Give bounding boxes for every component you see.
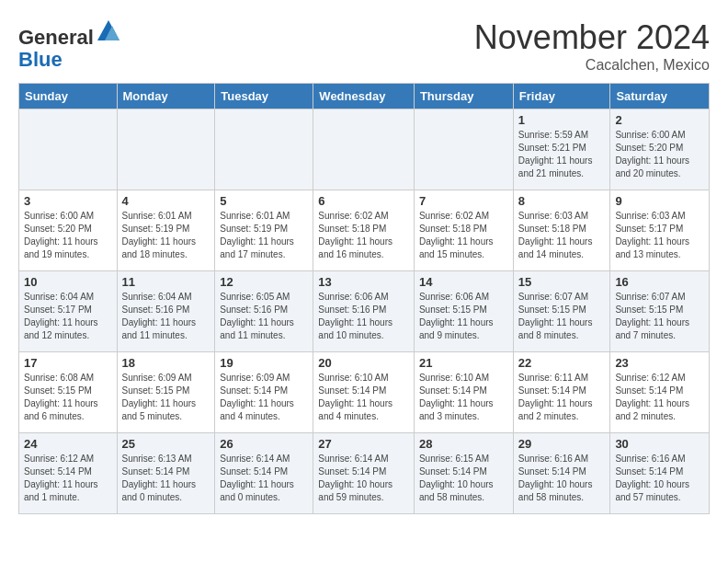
calendar-day-cell: 27Sunrise: 6:14 AM Sunset: 5:14 PM Dayli… — [313, 433, 415, 514]
calendar-week-row: 24Sunrise: 6:12 AM Sunset: 5:14 PM Dayli… — [19, 433, 710, 514]
calendar-day-cell: 26Sunrise: 6:14 AM Sunset: 5:14 PM Dayli… — [215, 433, 313, 514]
weekday-header-row: SundayMondayTuesdayWednesdayThursdayFrid… — [19, 84, 710, 109]
day-info: Sunrise: 6:00 AM Sunset: 5:20 PM Dayligh… — [24, 210, 112, 261]
calendar-week-row: 10Sunrise: 6:04 AM Sunset: 5:17 PM Dayli… — [19, 271, 710, 352]
day-number: 21 — [419, 356, 508, 370]
day-number: 16 — [615, 275, 704, 289]
logo-blue: Blue — [18, 48, 63, 71]
day-info: Sunrise: 6:16 AM Sunset: 5:14 PM Dayligh… — [615, 453, 704, 504]
calendar-day-cell: 16Sunrise: 6:07 AM Sunset: 5:15 PM Dayli… — [610, 271, 710, 352]
calendar-day-cell: 2Sunrise: 6:00 AM Sunset: 5:20 PM Daylig… — [610, 109, 710, 190]
day-number: 8 — [518, 194, 606, 208]
weekday-header-monday: Monday — [117, 84, 215, 109]
weekday-header-wednesday: Wednesday — [313, 84, 415, 109]
day-info: Sunrise: 6:04 AM Sunset: 5:16 PM Dayligh… — [122, 291, 210, 342]
day-info: Sunrise: 6:11 AM Sunset: 5:14 PM Dayligh… — [518, 372, 606, 423]
calendar-week-row: 17Sunrise: 6:08 AM Sunset: 5:15 PM Dayli… — [19, 352, 710, 433]
calendar-day-cell: 18Sunrise: 6:09 AM Sunset: 5:15 PM Dayli… — [117, 352, 215, 433]
calendar-day-cell: 21Sunrise: 6:10 AM Sunset: 5:14 PM Dayli… — [414, 352, 513, 433]
calendar-day-cell: 10Sunrise: 6:04 AM Sunset: 5:17 PM Dayli… — [19, 271, 118, 352]
day-number: 1 — [518, 113, 606, 127]
calendar-day-cell — [117, 109, 215, 190]
day-info: Sunrise: 6:06 AM Sunset: 5:15 PM Dayligh… — [419, 291, 508, 342]
calendar-day-cell: 28Sunrise: 6:15 AM Sunset: 5:14 PM Dayli… — [414, 433, 513, 514]
day-number: 4 — [122, 194, 210, 208]
calendar-day-cell: 1Sunrise: 5:59 AM Sunset: 5:21 PM Daylig… — [513, 109, 610, 190]
day-info: Sunrise: 6:02 AM Sunset: 5:18 PM Dayligh… — [318, 210, 409, 261]
day-info: Sunrise: 6:10 AM Sunset: 5:14 PM Dayligh… — [318, 372, 409, 423]
day-number: 18 — [122, 356, 210, 370]
day-number: 3 — [24, 194, 112, 208]
calendar-day-cell: 3Sunrise: 6:00 AM Sunset: 5:20 PM Daylig… — [19, 190, 118, 271]
day-info: Sunrise: 6:05 AM Sunset: 5:16 PM Dayligh… — [220, 291, 308, 342]
calendar-week-row: 3Sunrise: 6:00 AM Sunset: 5:20 PM Daylig… — [19, 190, 710, 271]
day-number: 27 — [318, 437, 409, 451]
day-number: 26 — [220, 437, 308, 451]
weekday-header-tuesday: Tuesday — [215, 84, 313, 109]
day-number: 9 — [615, 194, 704, 208]
day-number: 5 — [220, 194, 308, 208]
day-info: Sunrise: 6:04 AM Sunset: 5:17 PM Dayligh… — [24, 291, 112, 342]
day-number: 24 — [24, 437, 112, 451]
calendar-day-cell — [19, 109, 118, 190]
location: Cacalchen, Mexico — [474, 57, 710, 74]
day-info: Sunrise: 6:02 AM Sunset: 5:18 PM Dayligh… — [419, 210, 508, 261]
weekday-header-sunday: Sunday — [19, 84, 118, 109]
calendar-day-cell: 25Sunrise: 6:13 AM Sunset: 5:14 PM Dayli… — [117, 433, 215, 514]
day-number: 23 — [615, 356, 704, 370]
weekday-header-thursday: Thursday — [414, 84, 513, 109]
calendar-day-cell: 12Sunrise: 6:05 AM Sunset: 5:16 PM Dayli… — [215, 271, 313, 352]
day-info: Sunrise: 6:01 AM Sunset: 5:19 PM Dayligh… — [220, 210, 308, 261]
day-info: Sunrise: 6:01 AM Sunset: 5:19 PM Dayligh… — [122, 210, 210, 261]
day-number: 12 — [220, 275, 308, 289]
calendar-day-cell — [414, 109, 513, 190]
calendar-day-cell: 6Sunrise: 6:02 AM Sunset: 5:18 PM Daylig… — [313, 190, 415, 271]
day-number: 6 — [318, 194, 409, 208]
calendar-day-cell: 4Sunrise: 6:01 AM Sunset: 5:19 PM Daylig… — [117, 190, 215, 271]
calendar-day-cell: 17Sunrise: 6:08 AM Sunset: 5:15 PM Dayli… — [19, 352, 118, 433]
day-info: Sunrise: 5:59 AM Sunset: 5:21 PM Dayligh… — [518, 129, 606, 180]
day-number: 17 — [24, 356, 112, 370]
day-number: 11 — [122, 275, 210, 289]
calendar-day-cell: 14Sunrise: 6:06 AM Sunset: 5:15 PM Dayli… — [414, 271, 513, 352]
day-number: 30 — [615, 437, 704, 451]
day-info: Sunrise: 6:03 AM Sunset: 5:18 PM Dayligh… — [518, 210, 606, 261]
calendar-table: SundayMondayTuesdayWednesdayThursdayFrid… — [18, 83, 710, 514]
day-info: Sunrise: 6:12 AM Sunset: 5:14 PM Dayligh… — [615, 372, 704, 423]
calendar-day-cell: 20Sunrise: 6:10 AM Sunset: 5:14 PM Dayli… — [313, 352, 415, 433]
logo-icon — [96, 18, 121, 44]
day-number: 7 — [419, 194, 508, 208]
day-info: Sunrise: 6:00 AM Sunset: 5:20 PM Dayligh… — [615, 129, 704, 180]
month-title: November 2024 — [474, 18, 710, 57]
calendar-day-cell: 23Sunrise: 6:12 AM Sunset: 5:14 PM Dayli… — [610, 352, 710, 433]
day-info: Sunrise: 6:14 AM Sunset: 5:14 PM Dayligh… — [318, 453, 409, 504]
day-info: Sunrise: 6:10 AM Sunset: 5:14 PM Dayligh… — [419, 372, 508, 423]
calendar-day-cell: 7Sunrise: 6:02 AM Sunset: 5:18 PM Daylig… — [414, 190, 513, 271]
calendar-day-cell: 24Sunrise: 6:12 AM Sunset: 5:14 PM Dayli… — [19, 433, 118, 514]
day-info: Sunrise: 6:15 AM Sunset: 5:14 PM Dayligh… — [419, 453, 508, 504]
logo: General Blue — [18, 18, 121, 71]
day-info: Sunrise: 6:13 AM Sunset: 5:14 PM Dayligh… — [122, 453, 210, 504]
day-info: Sunrise: 6:07 AM Sunset: 5:15 PM Dayligh… — [518, 291, 606, 342]
calendar-day-cell: 5Sunrise: 6:01 AM Sunset: 5:19 PM Daylig… — [215, 190, 313, 271]
calendar-day-cell: 30Sunrise: 6:16 AM Sunset: 5:14 PM Dayli… — [610, 433, 710, 514]
day-info: Sunrise: 6:08 AM Sunset: 5:15 PM Dayligh… — [24, 372, 112, 423]
day-info: Sunrise: 6:16 AM Sunset: 5:14 PM Dayligh… — [518, 453, 606, 504]
calendar-week-row: 1Sunrise: 5:59 AM Sunset: 5:21 PM Daylig… — [19, 109, 710, 190]
day-number: 19 — [220, 356, 308, 370]
day-number: 29 — [518, 437, 606, 451]
title-block: November 2024 Cacalchen, Mexico — [474, 18, 710, 74]
calendar-day-cell — [313, 109, 415, 190]
calendar-day-cell: 9Sunrise: 6:03 AM Sunset: 5:17 PM Daylig… — [610, 190, 710, 271]
day-number: 20 — [318, 356, 409, 370]
day-info: Sunrise: 6:14 AM Sunset: 5:14 PM Dayligh… — [220, 453, 308, 504]
day-number: 13 — [318, 275, 409, 289]
weekday-header-saturday: Saturday — [610, 84, 710, 109]
page-header: General Blue November 2024 Cacalchen, Me… — [18, 18, 710, 74]
day-number: 14 — [419, 275, 508, 289]
day-info: Sunrise: 6:06 AM Sunset: 5:16 PM Dayligh… — [318, 291, 409, 342]
calendar-day-cell: 15Sunrise: 6:07 AM Sunset: 5:15 PM Dayli… — [513, 271, 610, 352]
day-info: Sunrise: 6:12 AM Sunset: 5:14 PM Dayligh… — [24, 453, 112, 504]
day-info: Sunrise: 6:07 AM Sunset: 5:15 PM Dayligh… — [615, 291, 704, 342]
day-info: Sunrise: 6:09 AM Sunset: 5:15 PM Dayligh… — [122, 372, 210, 423]
